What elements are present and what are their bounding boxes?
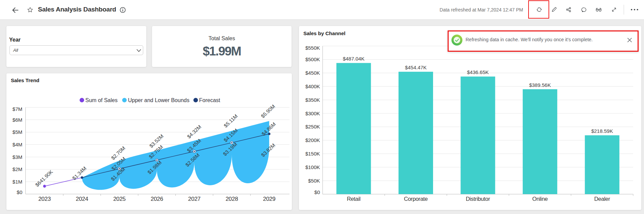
svg-text:$450K: $450K: [305, 70, 320, 76]
svg-text:$150K: $150K: [305, 151, 320, 157]
svg-text:$400K: $400K: [305, 84, 320, 89]
svg-text:$100K: $100K: [305, 164, 320, 170]
svg-text:$5.11M: $5.11M: [223, 113, 239, 129]
svg-text:$7M: $7M: [13, 106, 22, 112]
svg-text:Distributor: Distributor: [466, 196, 490, 202]
svg-text:$250K: $250K: [305, 124, 320, 129]
svg-text:$300K: $300K: [305, 111, 320, 116]
svg-text:2026: 2026: [151, 196, 163, 202]
svg-text:$5M: $5M: [13, 129, 22, 135]
svg-text:Retail: Retail: [347, 196, 360, 202]
svg-text:Upper and Lower Bounds: Upper and Lower Bounds: [128, 97, 189, 103]
svg-text:$0: $0: [314, 189, 320, 195]
svg-text:2023: 2023: [38, 196, 51, 202]
svg-text:$4M: $4M: [13, 142, 22, 147]
svg-text:Sum of Sales: Sum of Sales: [85, 97, 117, 103]
svg-text:$6M: $6M: [13, 117, 22, 123]
svg-text:$1M: $1M: [13, 179, 22, 185]
svg-text:2027: 2027: [188, 196, 201, 202]
svg-text:Sales by Channel: Sales by Channel: [303, 30, 345, 36]
svg-text:Online: Online: [532, 196, 548, 202]
svg-text:$436.65K: $436.65K: [467, 69, 489, 75]
svg-text:2029: 2029: [263, 196, 276, 202]
svg-text:2025: 2025: [113, 196, 126, 202]
svg-text:$389.56K: $389.56K: [529, 82, 551, 88]
svg-text:$487.04K: $487.04K: [343, 56, 364, 62]
svg-text:$4.32M: $4.32M: [186, 124, 202, 140]
svg-text:$200K: $200K: [305, 137, 320, 143]
svg-text:$5.90M: $5.90M: [260, 103, 276, 119]
svg-text:$2M: $2M: [13, 166, 22, 172]
svg-text:$500K: $500K: [305, 56, 320, 62]
svg-text:$3M: $3M: [13, 154, 22, 160]
svg-text:$50K: $50K: [308, 178, 320, 184]
svg-text:$218.59K: $218.59K: [591, 128, 613, 134]
svg-text:$350K: $350K: [305, 97, 320, 103]
svg-text:2028: 2028: [226, 196, 238, 202]
svg-text:$550K: $550K: [305, 45, 320, 51]
svg-text:Dealer: Dealer: [594, 196, 610, 202]
svg-text:2024: 2024: [76, 196, 88, 202]
svg-text:Corporate: Corporate: [404, 196, 428, 202]
svg-text:Forecast: Forecast: [199, 97, 220, 103]
svg-text:$454.47K: $454.47K: [405, 65, 427, 70]
svg-text:Sales Trend: Sales Trend: [11, 77, 39, 83]
svg-text:$0: $0: [17, 189, 22, 195]
